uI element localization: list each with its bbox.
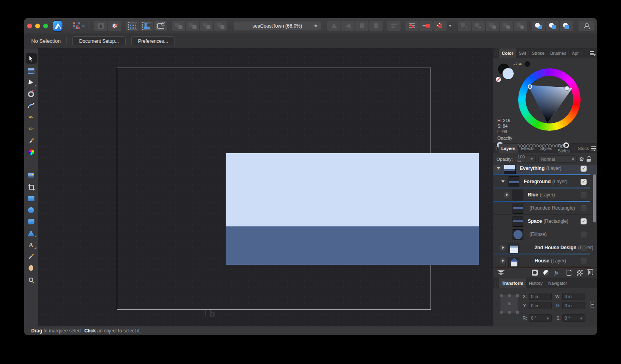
layer-thumbnail[interactable]: [509, 257, 519, 268]
pencil-tool[interactable]: ✏: [26, 124, 37, 133]
document-switcher-dropdown[interactable]: seaCoastTown (66.0%) ★: [234, 22, 321, 30]
fill-stroke-swatches[interactable]: ⤾: [497, 63, 515, 80]
shape-persona-button[interactable]: [94, 21, 107, 31]
tab-layers[interactable]: Layers: [499, 144, 518, 153]
blend-mode-dropdown[interactable]: Normal: [538, 155, 577, 163]
flip-horizontal-button[interactable]: [341, 21, 355, 31]
adjustment-layer-icon[interactable]: [543, 270, 549, 276]
sky-rectangle-object[interactable]: [226, 153, 479, 226]
color-selector-handle[interactable]: [565, 86, 569, 91]
tab-styles[interactable]: Styles: [537, 144, 555, 153]
node-tool[interactable]: [26, 78, 37, 87]
layer-row-blue[interactable]: Blue(Layer): [493, 188, 597, 202]
y-field[interactable]: 0 in: [529, 302, 552, 309]
layer-row-foreground[interactable]: Foreground(Layer) ✓: [493, 175, 597, 188]
visibility-checkbox[interactable]: [581, 258, 587, 264]
layer-row-ellipse[interactable]: (Ellipse): [493, 228, 597, 241]
layer-row-house[interactable]: House(Layer): [493, 254, 597, 267]
layer-thumbnail[interactable]: [509, 176, 519, 187]
insert-inside-button[interactable]: [546, 21, 559, 31]
visibility-checkbox[interactable]: [581, 245, 587, 251]
zoom-tool[interactable]: [26, 275, 37, 284]
move-to-back-button[interactable]: [214, 21, 227, 31]
tab-color[interactable]: Color: [499, 48, 516, 58]
color-picker-tool[interactable]: [26, 252, 37, 261]
pen-tool[interactable]: ✒: [26, 113, 37, 122]
tab-history[interactable]: History: [526, 278, 545, 288]
insert-behind-button[interactable]: [532, 21, 545, 31]
layer-thumbnail[interactable]: [513, 203, 523, 214]
hue-selector-handle[interactable]: [528, 84, 532, 89]
flip-vertical-button[interactable]: [327, 21, 341, 31]
shear-dropdown[interactable]: 0 °: [562, 314, 585, 322]
sea-rectangle-object[interactable]: [226, 226, 479, 265]
insert-on-top-button[interactable]: [560, 21, 573, 31]
triangle-tool[interactable]: [26, 229, 37, 238]
rotation-dropdown[interactable]: 0 °: [529, 314, 552, 322]
transparency-tool[interactable]: [26, 159, 37, 168]
expand-arrow-icon[interactable]: [504, 192, 510, 198]
visibility-checkbox[interactable]: [581, 192, 587, 198]
w-field[interactable]: 0 in: [562, 293, 585, 300]
visibility-checkbox[interactable]: [581, 205, 587, 211]
expand-arrow-icon[interactable]: [500, 258, 506, 264]
minimize-window-button[interactable]: [35, 24, 40, 28]
delete-layer-icon[interactable]: [588, 270, 593, 275]
layers-stack-icon[interactable]: [497, 270, 505, 275]
layers-scrollbar[interactable]: [593, 174, 596, 222]
layer-row-space[interactable]: Space(Rectangle) ✓: [493, 215, 597, 228]
boolean-divide-button[interactable]: [500, 21, 513, 31]
swap-colors-icon[interactable]: ⤾: [514, 61, 517, 66]
x-field[interactable]: 0 in: [529, 293, 552, 300]
layer-thumbnail[interactable]: [513, 216, 523, 227]
boolean-intersect-button[interactable]: [486, 21, 499, 31]
new-layer-icon[interactable]: [567, 270, 571, 276]
tab-stroke[interactable]: Stroke: [529, 48, 547, 58]
tab-brushes[interactable]: Brushes: [547, 48, 569, 58]
layer-thumbnail[interactable]: [513, 190, 523, 200]
layer-thumbnail[interactable]: [509, 244, 519, 254]
color-dropper-icon[interactable]: ✒: [518, 61, 523, 67]
place-image-tool[interactable]: [26, 171, 37, 180]
layer-thumbnail[interactable]: [504, 165, 516, 174]
account-button[interactable]: [579, 21, 594, 31]
rectangle-tool[interactable]: [26, 194, 37, 203]
panel-grip-icon[interactable]: [495, 146, 497, 151]
pixel-grid-fine-select-button[interactable]: [140, 21, 153, 31]
layers-opacity-dropdown[interactable]: 100 %: [515, 155, 536, 163]
zoom-window-button[interactable]: [43, 24, 48, 28]
boolean-subtract-button[interactable]: −: [472, 21, 485, 31]
anchor-point-selector[interactable]: [501, 295, 518, 313]
document-setup-button[interactable]: Document Setup...: [72, 36, 126, 46]
picked-color-swatch[interactable]: [525, 61, 530, 67]
h-field[interactable]: 0 in: [562, 302, 585, 309]
panel-grip-icon[interactable]: [495, 51, 497, 56]
panel-menu-icon[interactable]: [591, 146, 595, 150]
move-to-front-button[interactable]: [172, 21, 185, 31]
tab-appearance[interactable]: Apr: [569, 48, 581, 58]
force-pixel-alignment-button[interactable]: [419, 21, 433, 31]
fill-tool[interactable]: [26, 148, 37, 156]
toggle-grid-button[interactable]: [405, 21, 419, 31]
no-color-icon[interactable]: [496, 77, 501, 82]
tab-swatches[interactable]: Swt: [516, 48, 529, 58]
layer-thumbnail[interactable]: [513, 229, 523, 240]
expand-arrow-icon[interactable]: [500, 245, 506, 251]
vector-crop-tool[interactable]: [26, 182, 37, 191]
tab-navigator[interactable]: Navigator: [545, 278, 570, 288]
tab-effects[interactable]: Effects: [518, 144, 537, 153]
fill-color-swatch[interactable]: [502, 68, 514, 80]
visibility-checkbox[interactable]: [581, 232, 587, 238]
preferences-button[interactable]: Preferences...: [131, 36, 175, 46]
close-window-button[interactable]: [27, 24, 32, 28]
collapse-arrow-icon[interactable]: [495, 166, 501, 172]
rotate-ccw-button[interactable]: [355, 21, 369, 31]
layer-effects-icon[interactable]: fx: [555, 270, 558, 276]
move-tool[interactable]: [26, 53, 37, 64]
layer-row-rounded-rectangle[interactable]: (Rounded Rectangle): [493, 202, 597, 215]
shape-select-button[interactable]: [154, 21, 167, 31]
layer-row-everything[interactable]: Everything(Layer) ✓: [493, 165, 597, 175]
text-tool[interactable]: A: [26, 240, 37, 249]
new-pixel-layer-icon[interactable]: [577, 270, 583, 276]
tab-text-styles[interactable]: Text Styles: [555, 144, 575, 153]
